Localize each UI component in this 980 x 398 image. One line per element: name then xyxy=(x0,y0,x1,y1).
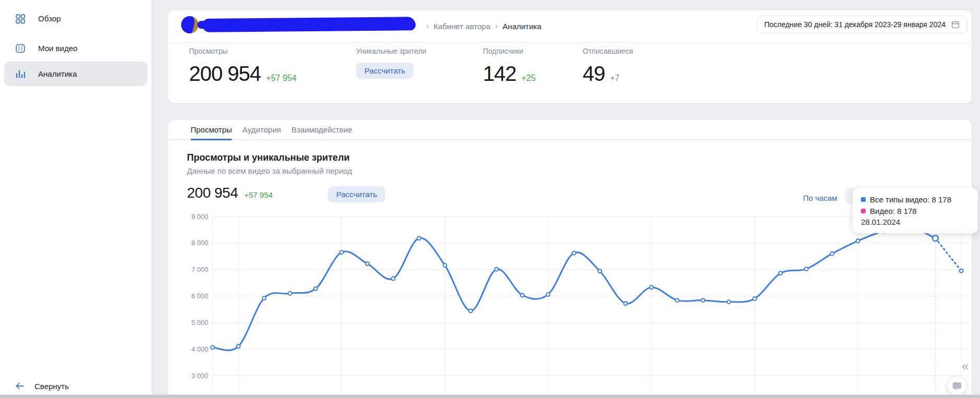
tooltip-row: Все типы видео: 8 178 xyxy=(861,194,978,205)
stat-label: Подписчики xyxy=(483,47,536,55)
data-point[interactable] xyxy=(624,301,628,305)
tab-label: Аудитория xyxy=(242,125,281,134)
section-value-row: 200 954 +57 954 xyxy=(187,185,273,201)
support-chat-button[interactable] xyxy=(948,377,966,395)
channel-name-redacted xyxy=(203,17,416,32)
chevron-right-icon: › xyxy=(426,21,429,31)
tab-audience[interactable]: Аудитория xyxy=(242,120,281,140)
chat-bubble-icon xyxy=(952,381,962,391)
data-point[interactable] xyxy=(676,298,679,302)
breadcrumb-analytics: Аналитика xyxy=(503,22,541,31)
analytics-dashboard: Обзор Мои видео xyxy=(0,0,980,398)
stat-views: Просмотры 200 954 +57 954 xyxy=(189,47,297,85)
tab-label: Взаимодействие xyxy=(291,125,352,134)
data-point[interactable] xyxy=(546,293,550,296)
stat-delta: +57 954 xyxy=(266,74,297,83)
stat-unsubscribed: Отписавшиеся 49 +7 xyxy=(583,47,633,85)
stat-label: Уникальные зрители xyxy=(356,47,427,55)
grid-icon xyxy=(15,13,26,25)
y-axis-label: 8 000 xyxy=(191,239,208,247)
data-point[interactable] xyxy=(262,296,266,300)
analytics-card: Просмотры Аудитория Взаимодействие Просм… xyxy=(168,120,972,398)
stat-delta: +7 xyxy=(610,74,620,83)
collapse-label: Свернуть xyxy=(34,382,69,391)
y-axis-label: 6 000 xyxy=(191,292,208,300)
data-point[interactable] xyxy=(340,250,344,254)
tooltip-text: Видео: 8 178 xyxy=(870,207,917,215)
tabs-bar: Просмотры Аудитория Взаимодействие xyxy=(168,120,972,140)
redaction-blob xyxy=(181,16,196,33)
by-hours-link[interactable]: По часам xyxy=(803,194,837,202)
data-point[interactable] xyxy=(365,262,369,266)
data-point[interactable] xyxy=(211,346,215,349)
section-subtitle: Данные по всем видео за выбранный период xyxy=(187,166,352,175)
data-point[interactable] xyxy=(598,269,601,273)
stat-value: 200 954 xyxy=(189,62,261,85)
analytics-bars-icon xyxy=(15,68,26,80)
breadcrumb-author-cabinet[interactable]: Кабинет автора xyxy=(433,22,490,31)
views-line xyxy=(212,227,936,351)
arrow-left-icon xyxy=(15,381,25,391)
data-point[interactable] xyxy=(521,293,524,297)
data-point[interactable] xyxy=(443,263,447,267)
stat-unique-viewers: Уникальные зрители Рассчитать xyxy=(356,47,427,79)
data-point[interactable] xyxy=(856,239,860,243)
y-axis-label: 4 000 xyxy=(191,345,208,353)
data-point[interactable] xyxy=(572,251,576,255)
tab-views[interactable]: Просмотры xyxy=(191,120,232,140)
tooltip-date: 28.01.2024 xyxy=(861,218,978,226)
stat-label: Просмотры xyxy=(189,47,297,55)
channel-avatar[interactable] xyxy=(181,16,198,33)
sidebar-item-my-videos[interactable]: Мои видео xyxy=(4,36,147,61)
data-point[interactable] xyxy=(417,236,421,240)
legend-swatch-all-videos xyxy=(861,197,866,202)
sidebar-collapse-button[interactable]: Свернуть xyxy=(15,381,69,391)
y-axis-label: 5 000 xyxy=(191,319,208,327)
breadcrumb: › Кабинет автора › Аналитика xyxy=(426,10,541,42)
stat-label: Отписавшиеся xyxy=(583,47,633,55)
data-point[interactable] xyxy=(701,298,705,302)
data-point[interactable] xyxy=(727,300,730,304)
chevron-right-icon: › xyxy=(495,21,498,31)
calculate-button[interactable]: Рассчитать xyxy=(328,186,385,202)
stat-delta: +25 xyxy=(522,74,536,83)
data-point[interactable] xyxy=(392,276,395,280)
stat-subscribers: Подписчики 142 +25 xyxy=(483,47,536,85)
y-axis-label: 7 000 xyxy=(191,266,208,273)
data-point[interactable] xyxy=(960,269,963,273)
data-point[interactable] xyxy=(753,297,757,300)
bottom-scrollbar[interactable] xyxy=(0,394,980,398)
sidebar: Обзор Мои видео xyxy=(0,0,151,398)
stat-value: 142 xyxy=(483,62,516,85)
data-point[interactable] xyxy=(288,292,292,295)
y-axis-label: 3 000 xyxy=(191,372,208,380)
sidebar-nav: Обзор Мои видео xyxy=(0,0,151,86)
sidebar-item-label: Обзор xyxy=(38,14,61,23)
section-title: Просмотры и уникальные зрители xyxy=(187,152,350,163)
tooltip-text: Все типы видео: 8 178 xyxy=(870,195,951,204)
data-point[interactable] xyxy=(314,287,317,291)
stat-value: 49 xyxy=(583,62,605,85)
views-chart-svg[interactable]: 9 0008 0007 0006 0005 0004 0003 000 xyxy=(168,208,972,394)
sidebar-item-overview[interactable]: Обзор xyxy=(4,6,147,31)
chart-tooltip: Все типы видео: 8 178 Видео: 8 178 28.01… xyxy=(853,188,978,233)
date-range-button[interactable]: Последние 30 дней: 31 декабря 2023-29 ян… xyxy=(757,16,967,33)
legend-swatch-video xyxy=(861,209,866,213)
data-point[interactable] xyxy=(830,252,834,256)
data-point[interactable] xyxy=(237,345,240,348)
sidebar-item-analytics[interactable]: Аналитика xyxy=(4,62,147,86)
header-card: › Кабинет автора › Аналитика Последние 3… xyxy=(168,10,972,103)
data-point[interactable] xyxy=(778,271,782,275)
sidebar-item-label: Аналитика xyxy=(38,69,77,78)
tab-engagement[interactable]: Взаимодействие xyxy=(291,120,352,140)
calculate-button[interactable]: Рассчитать xyxy=(356,63,414,79)
date-range-label: Последние 30 дней: 31 декабря 2023-29 ян… xyxy=(764,20,946,29)
my-videos-icon xyxy=(15,43,26,54)
hovered-data-point[interactable] xyxy=(932,235,938,241)
data-point[interactable] xyxy=(805,267,808,271)
data-point[interactable] xyxy=(494,268,498,271)
calendar-icon xyxy=(951,20,960,29)
data-point[interactable] xyxy=(469,309,473,312)
data-point[interactable] xyxy=(650,285,653,289)
section-value: 200 954 xyxy=(187,185,238,201)
